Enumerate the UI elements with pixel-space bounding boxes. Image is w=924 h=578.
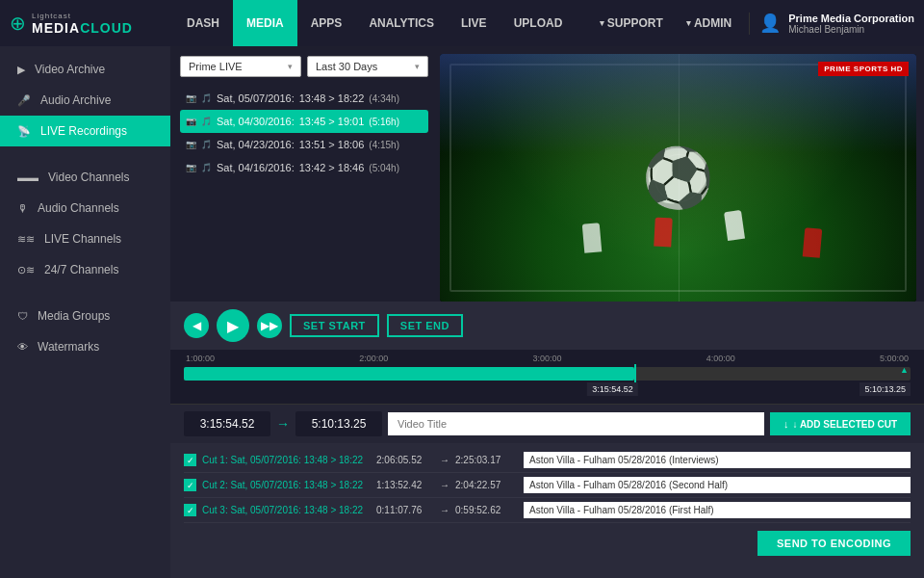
sidebar-item-audio-archive[interactable]: 🎤 Audio Archive: [0, 85, 170, 116]
sidebar-item-video-archive[interactable]: ▶ Video Archive: [0, 54, 170, 85]
video-field-bg: ⚽: [440, 54, 916, 302]
channel-filter[interactable]: Prime LIVE ▾: [180, 56, 301, 77]
timeline-end-marker: ▲: [900, 365, 909, 375]
cut3-title-display: Aston Villa - Fulham 05/28/2016 (First H…: [524, 502, 911, 518]
cut3-checkbox[interactable]: ✓: [184, 504, 196, 516]
rec-duration-1: (4:34h): [369, 93, 399, 104]
add-cut-button[interactable]: ↓ ↓ ADD SELECTED CUT: [770, 412, 911, 435]
recording-item-3[interactable]: 📷 🎵 Sat, 04/23/2016: 13:51 > 18:06 (4:15…: [180, 133, 428, 156]
user-name: Prime Media Corporation: [788, 13, 914, 24]
nav-support[interactable]: ▾SUPPORT: [588, 0, 675, 46]
content: Prime LIVE ▾ Last 30 Days ▾ 📷 🎵 Sat, 05/…: [170, 46, 924, 578]
rec-audio-icon-2: 🎵: [201, 117, 212, 126]
logo-cloud: CLOUD: [80, 20, 133, 36]
rewind-button[interactable]: ◀: [184, 313, 209, 338]
cut2-label: Cut 2: Sat, 05/07/2016: 13:48 > 18:22: [202, 480, 371, 490]
cut-input-row: 3:15:54.52 → 5:10:13.25 ↓ ↓ ADD SELECTED…: [170, 404, 924, 443]
recordings-list: Prime LIVE ▾ Last 30 Days ▾ 📷 🎵 Sat, 05/…: [170, 46, 438, 302]
sidebar-item-audio-channels[interactable]: 🎙 Audio Channels: [0, 193, 170, 223]
cut-end-display: 5:10:13.25: [295, 411, 382, 436]
forward-button[interactable]: ▶▶: [257, 313, 282, 338]
cut-arrow-icon: →: [276, 416, 290, 432]
nav-item-apps[interactable]: APPS: [297, 0, 356, 46]
set-end-button[interactable]: SET END: [387, 314, 463, 337]
cut2-checkbox[interactable]: ✓: [184, 479, 196, 491]
cuts-list: ✓ Cut 1: Sat, 05/07/2016: 13:48 > 18:22 …: [170, 443, 924, 578]
rec-camera-icon: 📷: [186, 93, 196, 103]
player-controls: ◀ ▶ ▶▶ SET START SET END: [170, 302, 924, 350]
watermarks-icon: 👁: [17, 341, 28, 353]
rec-audio-icon-3: 🎵: [201, 140, 212, 149]
nav-admin[interactable]: ▾ADMIN: [675, 0, 743, 46]
rec-duration-3: (4:15h): [369, 140, 399, 150]
recording-item-2[interactable]: 📷 🎵 Sat, 04/30/2016: 13:45 > 19:01 (5:16…: [180, 110, 428, 133]
set-start-button[interactable]: SET START: [290, 314, 379, 337]
sidebar-item-live-channels[interactable]: ≋≋ LIVE Channels: [0, 223, 170, 254]
timeline-timestamps: 3:15:54.52 5:10:13.25: [184, 382, 911, 400]
cut1-label: Cut 1: Sat, 05/07/2016: 13:48 > 18:22: [202, 455, 371, 465]
cut-row-1: ✓ Cut 1: Sat, 05/07/2016: 13:48 > 18:22 …: [184, 448, 911, 473]
rec-times-3: 13:51 > 18:06: [299, 139, 365, 150]
logo-media: MEDIA: [32, 20, 80, 36]
cut2-title-display: Aston Villa - Fulham 05/28/2016 (Second …: [524, 477, 911, 493]
main-layout: ▶ Video Archive 🎤 Audio Archive 📡 LIVE R…: [0, 46, 924, 578]
logo-name: MEDIACLOUD: [32, 20, 133, 36]
send-to-encoding-button[interactable]: SEND TO ENCODING: [757, 531, 911, 556]
rec-camera-icon-4: 📷: [186, 163, 196, 172]
filter-row: Prime LIVE ▾ Last 30 Days ▾: [180, 56, 428, 77]
play-button[interactable]: ▶: [217, 309, 249, 342]
audio-archive-icon: 🎤: [17, 94, 31, 107]
nav-item-live[interactable]: LIVE: [448, 0, 500, 46]
recordings-top: Prime LIVE ▾ Last 30 Days ▾ 📷 🎵 Sat, 05/…: [170, 46, 924, 302]
nav-item-media[interactable]: MEDIA: [233, 0, 297, 46]
timeline-cursor: [634, 364, 636, 383]
sidebar-item-live-recordings[interactable]: 📡 LIVE Recordings: [0, 116, 170, 146]
rec-date-3: Sat, 04/23/2016:: [217, 139, 295, 150]
cut1-to: 2:25:03.17: [455, 455, 518, 465]
cut1-checkbox[interactable]: ✓: [184, 454, 196, 466]
timeline-labels: 1:00:00 2:00:00 3:00:00 4:00:00 5:00:00: [184, 354, 911, 363]
video-preview: ⚽ PRIME SPORTS HD: [440, 54, 916, 302]
nav-item-upload[interactable]: UPLOAD: [500, 0, 577, 46]
247-channels-icon: ⊙≋: [17, 264, 35, 276]
user-sub: Michael Benjamin: [788, 24, 914, 35]
audio-channels-icon: 🎙: [17, 202, 28, 214]
rec-audio-icon: 🎵: [201, 93, 212, 103]
nav-user: 👤 Prime Media Corporation Michael Benjam…: [749, 13, 914, 35]
recording-item-1[interactable]: 📷 🎵 Sat, 05/07/2016: 13:48 > 18:22 (4:34…: [180, 87, 428, 110]
cut1-title-display: Aston Villa - Fulham 05/28/2016 (Intervi…: [524, 452, 911, 468]
cut-title-input[interactable]: [388, 412, 764, 435]
sidebar-item-247-channels[interactable]: ⊙≋ 24/7 Channels: [0, 254, 170, 285]
rec-audio-icon-4: 🎵: [201, 163, 212, 172]
timeline-cursor-ts: 3:15:54.52: [587, 382, 638, 396]
live-recordings-icon: 📡: [17, 125, 31, 138]
recording-item-4[interactable]: 📷 🎵 Sat, 04/16/2016: 13:42 > 18:46 (5:04…: [180, 156, 428, 179]
cut2-from: 1:13:52.42: [376, 480, 434, 490]
media-groups-icon: 🛡: [17, 310, 28, 322]
rec-date-1: Sat, 05/07/2016:: [217, 92, 295, 104]
cut1-from: 2:06:05.52: [376, 455, 434, 465]
rec-camera-icon-2: 📷: [186, 117, 196, 126]
rec-date-4: Sat, 04/16/2016:: [217, 162, 295, 173]
sidebar-item-watermarks[interactable]: 👁 Watermarks: [0, 331, 170, 362]
tl-label-4: 4:00:00: [706, 354, 735, 363]
period-filter[interactable]: Last 30 Days ▾: [307, 56, 428, 77]
logo-text: Lightcast MEDIACLOUD: [32, 12, 133, 36]
timeline-progress: [184, 367, 634, 381]
video-archive-icon: ▶: [17, 64, 25, 76]
nav-item-dash[interactable]: DASH: [173, 0, 233, 46]
tl-label-5: 5:00:00: [880, 354, 909, 363]
sidebar-item-video-channels[interactable]: ▬▬ Video Channels: [0, 162, 170, 193]
cut-row-2: ✓ Cut 2: Sat, 05/07/2016: 13:48 > 18:22 …: [184, 473, 911, 498]
rec-duration-4: (5:04h): [369, 163, 399, 173]
cut-start-display: 3:15:54.52: [184, 411, 270, 436]
timeline-track[interactable]: ▲: [184, 367, 911, 381]
rec-camera-icon-3: 📷: [186, 140, 196, 149]
video-channels-icon: ▬▬: [17, 171, 38, 183]
tl-label-1: 1:00:00: [186, 354, 215, 363]
rec-duration-2: (5:16h): [369, 117, 399, 127]
nav-item-analytics[interactable]: ANALYTICS: [355, 0, 448, 46]
rec-times-1: 13:48 > 18:22: [299, 92, 365, 104]
sidebar-item-media-groups[interactable]: 🛡 Media Groups: [0, 301, 170, 331]
tl-label-3: 3:00:00: [532, 354, 561, 363]
